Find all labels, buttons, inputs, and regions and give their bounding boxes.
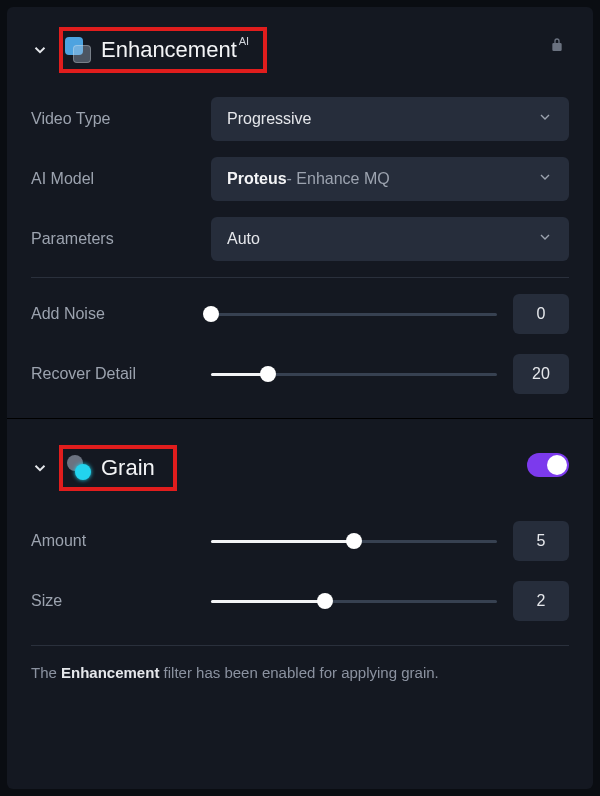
add-noise-label: Add Noise xyxy=(31,305,211,323)
ai-badge: AI xyxy=(239,35,249,47)
size-label: Size xyxy=(31,592,211,610)
grain-icon xyxy=(65,455,91,481)
grain-section: Grain Amount 5 Size 2 xyxy=(7,419,593,645)
enhancement-header: Enhancement AI xyxy=(31,27,569,73)
size-row: Size 2 xyxy=(31,581,569,621)
video-type-select[interactable]: Progressive xyxy=(211,97,569,141)
grain-header: Grain xyxy=(31,445,569,491)
add-noise-slider[interactable] xyxy=(211,304,497,324)
recover-detail-slider[interactable] xyxy=(211,364,497,384)
amount-row: Amount 5 xyxy=(31,521,569,561)
enhancement-icon xyxy=(65,37,91,63)
enhancement-title: Enhancement xyxy=(101,37,237,63)
footer-note: The Enhancement filter has been enabled … xyxy=(7,660,593,699)
ai-model-select[interactable]: Proteus - Enhance MQ xyxy=(211,157,569,201)
parameters-select[interactable]: Auto xyxy=(211,217,569,261)
lock-icon xyxy=(549,37,565,57)
recover-detail-label: Recover Detail xyxy=(31,365,211,383)
video-type-label: Video Type xyxy=(31,110,211,128)
chevron-down-icon xyxy=(537,169,553,189)
ai-model-main: Proteus xyxy=(227,170,287,188)
ai-model-row: AI Model Proteus - Enhance MQ xyxy=(31,157,569,201)
recover-detail-row: Recover Detail 20 xyxy=(31,354,569,394)
ai-model-sub: - Enhance MQ xyxy=(287,170,390,188)
enhancement-title-highlight: Enhancement AI xyxy=(59,27,267,73)
size-slider[interactable] xyxy=(211,591,497,611)
chevron-down-icon xyxy=(537,109,553,129)
footer-divider xyxy=(31,645,569,646)
collapse-grain-icon[interactable] xyxy=(31,459,49,477)
parameters-label: Parameters xyxy=(31,230,211,248)
chevron-down-icon xyxy=(537,229,553,249)
video-type-value: Progressive xyxy=(227,110,311,128)
grain-toggle[interactable] xyxy=(527,453,569,477)
ai-model-label: AI Model xyxy=(31,170,211,188)
footer-bold: Enhancement xyxy=(61,664,159,681)
grain-title: Grain xyxy=(101,455,155,481)
amount-label: Amount xyxy=(31,532,211,550)
amount-value[interactable]: 5 xyxy=(513,521,569,561)
parameters-value: Auto xyxy=(227,230,260,248)
add-noise-row: Add Noise 0 xyxy=(31,294,569,334)
divider xyxy=(31,277,569,278)
recover-detail-value[interactable]: 20 xyxy=(513,354,569,394)
footer-pre: The xyxy=(31,664,61,681)
amount-slider[interactable] xyxy=(211,531,497,551)
enhancement-section: Enhancement AI Video Type Progressive AI… xyxy=(7,7,593,418)
size-value[interactable]: 2 xyxy=(513,581,569,621)
add-noise-value[interactable]: 0 xyxy=(513,294,569,334)
parameters-row: Parameters Auto xyxy=(31,217,569,261)
collapse-enhancement-icon[interactable] xyxy=(31,41,49,59)
video-type-row: Video Type Progressive xyxy=(31,97,569,141)
footer-post: filter has been enabled for applying gra… xyxy=(159,664,438,681)
grain-title-highlight: Grain xyxy=(59,445,177,491)
